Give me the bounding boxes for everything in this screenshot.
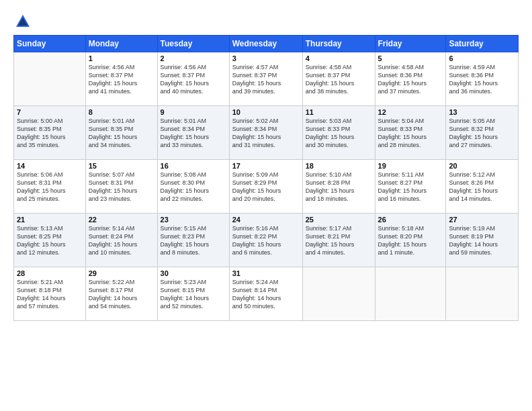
day-number: 4 xyxy=(306,54,372,62)
day-number: 1 xyxy=(89,54,154,62)
cell-content: Sunrise: 4:58 AM Sunset: 8:37 PM Dayligh… xyxy=(306,63,372,96)
day-number: 3 xyxy=(232,54,300,62)
weekday-header-sunday: Sunday xyxy=(14,36,86,52)
calendar-cell: 5Sunrise: 4:58 AM Sunset: 8:36 PM Daylig… xyxy=(375,52,446,106)
day-number: 28 xyxy=(17,269,83,277)
calendar-cell xyxy=(14,52,86,106)
weekday-header-wednesday: Wednesday xyxy=(229,36,302,52)
calendar-cell: 6Sunrise: 4:59 AM Sunset: 8:36 PM Daylig… xyxy=(446,52,519,106)
cell-content: Sunrise: 5:15 AM Sunset: 8:23 PM Dayligh… xyxy=(161,224,226,257)
calendar-week-row: 28Sunrise: 5:21 AM Sunset: 8:18 PM Dayli… xyxy=(14,267,519,321)
cell-content: Sunrise: 5:09 AM Sunset: 8:29 PM Dayligh… xyxy=(232,171,300,203)
weekday-header-monday: Monday xyxy=(85,36,157,52)
calendar-cell: 17Sunrise: 5:09 AM Sunset: 8:29 PM Dayli… xyxy=(229,160,302,214)
cell-content: Sunrise: 4:59 AM Sunset: 8:36 PM Dayligh… xyxy=(449,63,515,96)
cell-content: Sunrise: 5:17 AM Sunset: 8:21 PM Dayligh… xyxy=(306,224,372,257)
cell-content: Sunrise: 5:13 AM Sunset: 8:25 PM Dayligh… xyxy=(17,224,83,257)
calendar-cell xyxy=(446,267,519,321)
cell-content: Sunrise: 5:06 AM Sunset: 8:31 PM Dayligh… xyxy=(17,171,83,203)
cell-content: Sunrise: 5:01 AM Sunset: 8:34 PM Dayligh… xyxy=(161,117,226,150)
cell-content: Sunrise: 5:08 AM Sunset: 8:30 PM Dayligh… xyxy=(161,171,226,203)
calendar-cell: 12Sunrise: 5:04 AM Sunset: 8:33 PM Dayli… xyxy=(375,106,446,160)
day-number: 30 xyxy=(161,269,226,277)
cell-content: Sunrise: 5:07 AM Sunset: 8:31 PM Dayligh… xyxy=(89,171,154,203)
calendar-cell: 21Sunrise: 5:13 AM Sunset: 8:25 PM Dayli… xyxy=(14,214,86,267)
day-number: 7 xyxy=(17,108,83,116)
calendar-cell: 28Sunrise: 5:21 AM Sunset: 8:18 PM Dayli… xyxy=(14,267,86,321)
cell-content: Sunrise: 5:14 AM Sunset: 8:24 PM Dayligh… xyxy=(89,224,154,257)
day-number: 19 xyxy=(378,162,443,170)
day-number: 22 xyxy=(89,216,154,224)
cell-content: Sunrise: 5:19 AM Sunset: 8:19 PM Dayligh… xyxy=(449,224,515,257)
day-number: 8 xyxy=(89,108,154,116)
calendar-week-row: 7Sunrise: 5:00 AM Sunset: 8:35 PM Daylig… xyxy=(14,106,519,160)
calendar-cell: 15Sunrise: 5:07 AM Sunset: 8:31 PM Dayli… xyxy=(85,160,157,214)
day-number: 18 xyxy=(306,162,372,170)
day-number: 31 xyxy=(232,269,300,277)
cell-content: Sunrise: 4:56 AM Sunset: 8:37 PM Dayligh… xyxy=(161,63,226,96)
calendar: SundayMondayTuesdayWednesdayThursdayFrid… xyxy=(13,35,519,321)
cell-content: Sunrise: 5:16 AM Sunset: 8:22 PM Dayligh… xyxy=(232,224,300,257)
calendar-cell: 7Sunrise: 5:00 AM Sunset: 8:35 PM Daylig… xyxy=(14,106,86,160)
calendar-week-row: 21Sunrise: 5:13 AM Sunset: 8:25 PM Dayli… xyxy=(14,214,519,267)
calendar-cell: 16Sunrise: 5:08 AM Sunset: 8:30 PM Dayli… xyxy=(157,160,229,214)
day-number: 20 xyxy=(449,162,515,170)
day-number: 2 xyxy=(161,54,226,62)
calendar-cell: 10Sunrise: 5:02 AM Sunset: 8:34 PM Dayli… xyxy=(229,106,302,160)
day-number: 12 xyxy=(378,108,443,116)
day-number: 10 xyxy=(232,108,300,116)
calendar-cell: 1Sunrise: 4:56 AM Sunset: 8:37 PM Daylig… xyxy=(85,52,157,106)
calendar-cell: 26Sunrise: 5:18 AM Sunset: 8:20 PM Dayli… xyxy=(375,214,446,267)
cell-content: Sunrise: 5:01 AM Sunset: 8:35 PM Dayligh… xyxy=(89,117,154,150)
cell-content: Sunrise: 5:02 AM Sunset: 8:34 PM Dayligh… xyxy=(232,117,300,150)
page: SundayMondayTuesdayWednesdayThursdayFrid… xyxy=(0,0,532,411)
calendar-cell: 9Sunrise: 5:01 AM Sunset: 8:34 PM Daylig… xyxy=(157,106,229,160)
calendar-cell: 19Sunrise: 5:11 AM Sunset: 8:27 PM Dayli… xyxy=(375,160,446,214)
cell-content: Sunrise: 5:24 AM Sunset: 8:14 PM Dayligh… xyxy=(232,278,300,311)
calendar-cell: 23Sunrise: 5:15 AM Sunset: 8:23 PM Dayli… xyxy=(157,214,229,267)
calendar-cell: 4Sunrise: 4:58 AM Sunset: 8:37 PM Daylig… xyxy=(302,52,375,106)
cell-content: Sunrise: 4:57 AM Sunset: 8:37 PM Dayligh… xyxy=(232,63,300,96)
weekday-header-thursday: Thursday xyxy=(302,36,375,52)
calendar-cell: 18Sunrise: 5:10 AM Sunset: 8:28 PM Dayli… xyxy=(302,160,375,214)
day-number: 17 xyxy=(232,162,300,170)
calendar-cell xyxy=(302,267,375,321)
cell-content: Sunrise: 5:03 AM Sunset: 8:33 PM Dayligh… xyxy=(306,117,372,150)
calendar-cell: 27Sunrise: 5:19 AM Sunset: 8:19 PM Dayli… xyxy=(446,214,519,267)
day-number: 15 xyxy=(89,162,154,170)
header xyxy=(13,12,519,31)
calendar-cell: 14Sunrise: 5:06 AM Sunset: 8:31 PM Dayli… xyxy=(14,160,86,214)
cell-content: Sunrise: 5:05 AM Sunset: 8:32 PM Dayligh… xyxy=(449,117,515,150)
day-number: 27 xyxy=(449,216,515,224)
weekday-header-friday: Friday xyxy=(375,36,446,52)
calendar-cell: 8Sunrise: 5:01 AM Sunset: 8:35 PM Daylig… xyxy=(85,106,157,160)
day-number: 5 xyxy=(378,54,443,62)
logo xyxy=(13,12,35,31)
cell-content: Sunrise: 5:21 AM Sunset: 8:18 PM Dayligh… xyxy=(17,278,83,311)
cell-content: Sunrise: 4:56 AM Sunset: 8:37 PM Dayligh… xyxy=(89,63,154,96)
logo-icon xyxy=(13,12,32,31)
calendar-cell: 11Sunrise: 5:03 AM Sunset: 8:33 PM Dayli… xyxy=(302,106,375,160)
calendar-cell: 3Sunrise: 4:57 AM Sunset: 8:37 PM Daylig… xyxy=(229,52,302,106)
cell-content: Sunrise: 5:22 AM Sunset: 8:17 PM Dayligh… xyxy=(89,278,154,311)
calendar-cell xyxy=(375,267,446,321)
calendar-cell: 30Sunrise: 5:23 AM Sunset: 8:15 PM Dayli… xyxy=(157,267,229,321)
day-number: 23 xyxy=(161,216,226,224)
day-number: 6 xyxy=(449,54,515,62)
weekday-header-row: SundayMondayTuesdayWednesdayThursdayFrid… xyxy=(14,36,519,52)
cell-content: Sunrise: 5:23 AM Sunset: 8:15 PM Dayligh… xyxy=(161,278,226,311)
cell-content: Sunrise: 5:00 AM Sunset: 8:35 PM Dayligh… xyxy=(17,117,83,150)
day-number: 9 xyxy=(161,108,226,116)
cell-content: Sunrise: 5:11 AM Sunset: 8:27 PM Dayligh… xyxy=(378,171,443,203)
cell-content: Sunrise: 5:18 AM Sunset: 8:20 PM Dayligh… xyxy=(378,224,443,257)
calendar-cell: 24Sunrise: 5:16 AM Sunset: 8:22 PM Dayli… xyxy=(229,214,302,267)
day-number: 29 xyxy=(89,269,154,277)
day-number: 21 xyxy=(17,216,83,224)
cell-content: Sunrise: 5:10 AM Sunset: 8:28 PM Dayligh… xyxy=(306,171,372,203)
day-number: 11 xyxy=(306,108,372,116)
day-number: 24 xyxy=(232,216,300,224)
calendar-cell: 2Sunrise: 4:56 AM Sunset: 8:37 PM Daylig… xyxy=(157,52,229,106)
weekday-header-saturday: Saturday xyxy=(446,36,519,52)
day-number: 13 xyxy=(449,108,515,116)
calendar-cell: 20Sunrise: 5:12 AM Sunset: 8:26 PM Dayli… xyxy=(446,160,519,214)
